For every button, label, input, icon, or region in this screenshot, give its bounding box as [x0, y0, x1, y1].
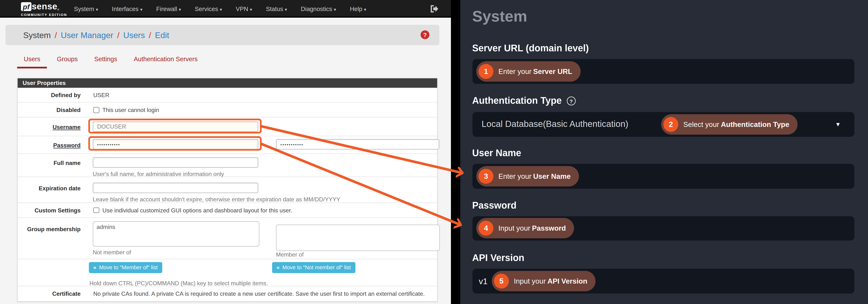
- menu-services[interactable]: Services▾: [195, 5, 222, 12]
- row-expiration-date: Expiration date Leave blank if the accou…: [18, 176, 437, 202]
- breadcrumb-link-edit[interactable]: Edit: [155, 30, 169, 39]
- guide-title: System: [472, 8, 527, 25]
- menu-help[interactable]: Help▾: [350, 5, 366, 12]
- logo-edition-text: COMMUNITY EDITION: [21, 12, 67, 16]
- api-version-heading: API Version: [472, 253, 524, 264]
- server-url-field[interactable]: 1 Enter yourServer URL: [472, 59, 854, 84]
- logo-sense-text: sense: [32, 2, 57, 11]
- move-to-not-member-button[interactable]: «Move to "Not member of" list: [272, 262, 355, 273]
- custom-settings-checkbox-label: Use individual customized GUI options an…: [102, 207, 292, 213]
- step-1-number-badge: 1: [478, 64, 493, 79]
- not-member-of-listbox[interactable]: admins: [93, 221, 259, 247]
- row-username: Username DOCUSER: [18, 117, 437, 136]
- row-disabled: Disabled This user cannot login: [18, 102, 437, 117]
- expiration-input[interactable]: [93, 182, 258, 193]
- member-of-listbox[interactable]: [276, 225, 440, 251]
- disabled-checkbox-label: This user cannot login: [102, 107, 159, 113]
- chevron-down-icon: ▾: [250, 7, 252, 12]
- step-5-number-badge: 5: [494, 273, 509, 289]
- tab-users[interactable]: Users: [17, 56, 47, 68]
- sign-out-icon[interactable]: [430, 5, 439, 13]
- password-label: Password: [53, 142, 81, 148]
- breadcrumb-link-user-manager[interactable]: User Manager: [61, 30, 113, 39]
- logo-registered-mark: ®: [57, 8, 59, 11]
- step-4-pill: 4 Input yourPassword: [476, 218, 574, 238]
- full-name-helper: User's full name, for administrative inf…: [93, 171, 437, 177]
- chevron-down-icon: ▾: [96, 7, 98, 12]
- breadcrumb: System / User Manager / Users / Edit ?: [5, 25, 439, 45]
- server-url-heading: Server URL (domain level): [472, 43, 589, 54]
- row-defined-by: Defined by USER: [18, 88, 437, 102]
- step-4-number-badge: 4: [478, 221, 493, 236]
- tab-settings[interactable]: Settings: [88, 56, 124, 68]
- breadcrumb-separator: /: [55, 30, 57, 39]
- username-input[interactable]: DOCUSER: [93, 122, 258, 132]
- menu-status[interactable]: Status▾: [266, 5, 287, 12]
- row-group-membership: Group membership admins Not member of Me…: [18, 217, 437, 259]
- certificate-text: No private CAs found. A private CA is re…: [93, 291, 425, 297]
- api-version-field[interactable]: v1 5 Input yourAPI Version: [472, 269, 854, 293]
- menu-firewall[interactable]: Firewall▾: [156, 5, 181, 12]
- group-membership-label: Group membership: [18, 218, 89, 259]
- menu-interfaces[interactable]: Interfaces▾: [112, 5, 143, 12]
- chevron-down-icon: ▾: [285, 7, 287, 12]
- top-navbar: pf sense ® COMMUNITY EDITION System▾ Int…: [0, 0, 451, 18]
- step-3-number-badge: 3: [478, 169, 493, 183]
- double-chevron-right-icon: »: [93, 265, 96, 271]
- guide-panel: System Server URL (domain level) 1 Enter…: [460, 0, 868, 304]
- list-item[interactable]: admins: [97, 224, 255, 230]
- breadcrumb-separator: /: [149, 30, 151, 39]
- password-confirm-input[interactable]: •••••••••••: [276, 139, 439, 149]
- logo-pf-icon: pf: [21, 2, 31, 11]
- password-heading: Password: [472, 200, 517, 211]
- password-field[interactable]: 4 Input yourPassword: [472, 216, 854, 241]
- chevron-down-icon: ▾: [364, 7, 366, 12]
- divider-strip: [451, 0, 460, 304]
- defined-by-label: Defined by: [18, 92, 89, 98]
- step-2-pill: 2 Select yourAuthentication Type: [661, 114, 798, 134]
- row-move-buttons: »Move to "Member of" list «Move to "Not …: [18, 259, 437, 286]
- move-to-member-button[interactable]: »Move to "Member of" list: [89, 262, 162, 273]
- help-icon[interactable]: ?: [567, 96, 576, 106]
- disabled-label: Disabled: [18, 107, 89, 113]
- password-input[interactable]: •••••••••••: [93, 139, 258, 149]
- full-name-label: Full name: [18, 154, 89, 176]
- defined-by-value: USER: [93, 92, 110, 98]
- authentication-type-heading: Authentication Type ?: [472, 96, 576, 106]
- dropdown-caret-icon: ▼: [835, 112, 841, 137]
- username-label: Username: [53, 124, 81, 130]
- step-5-pill: 5 Input yourAPI Version: [492, 271, 596, 291]
- panel-title: User Properties: [18, 78, 437, 88]
- row-custom-settings: Custom Settings Use individual customize…: [18, 202, 437, 217]
- tab-authentication-servers[interactable]: Authentication Servers: [127, 56, 204, 68]
- step-2-number-badge: 2: [663, 117, 678, 132]
- step-3-pill: 3 Enter yourUser Name: [476, 166, 579, 186]
- double-chevron-left-icon: «: [277, 265, 280, 271]
- multiselect-hint: Hold down CTRL (PC)/COMMAND (Mac) key to…: [89, 280, 437, 286]
- authentication-type-dropdown[interactable]: Local Database(Basic Authentication) 2 S…: [472, 112, 854, 137]
- menu-diagnostics[interactable]: Diagnostics▾: [301, 5, 336, 12]
- chevron-down-icon: ▾: [140, 7, 143, 12]
- menu-system[interactable]: System▾: [74, 5, 98, 12]
- menu-vpn[interactable]: VPN▾: [236, 5, 252, 12]
- tab-groups[interactable]: Groups: [50, 56, 84, 68]
- api-version-value: v1: [479, 269, 488, 293]
- pfsense-logo[interactable]: pf sense ® COMMUNITY EDITION: [21, 2, 67, 16]
- custom-settings-checkbox[interactable]: [93, 207, 99, 213]
- user-name-field[interactable]: 3 Enter yourUser Name: [472, 164, 854, 189]
- certificate-label: Certificate: [18, 291, 89, 297]
- screenshot-stage: pf sense ® COMMUNITY EDITION System▾ Int…: [0, 0, 868, 304]
- row-full-name: Full name User's full name, for administ…: [18, 154, 437, 176]
- disabled-checkbox[interactable]: [93, 107, 99, 113]
- tab-bar: Users Groups Settings Authentication Ser…: [17, 56, 204, 68]
- chevron-down-icon: ▾: [334, 7, 336, 12]
- row-password: Password ••••••••••• •••••••••••: [18, 136, 437, 154]
- member-of-caption: Member of: [276, 251, 304, 258]
- step-1-pill: 1 Enter yourServer URL: [476, 61, 581, 81]
- chevron-down-icon: ▾: [179, 7, 181, 12]
- help-icon[interactable]: ?: [421, 31, 429, 39]
- full-name-input[interactable]: [93, 158, 258, 168]
- breadcrumb-link-users[interactable]: Users: [123, 30, 145, 39]
- chevron-down-icon: ▾: [220, 7, 222, 12]
- pfsense-app: pf sense ® COMMUNITY EDITION System▾ Int…: [0, 0, 451, 304]
